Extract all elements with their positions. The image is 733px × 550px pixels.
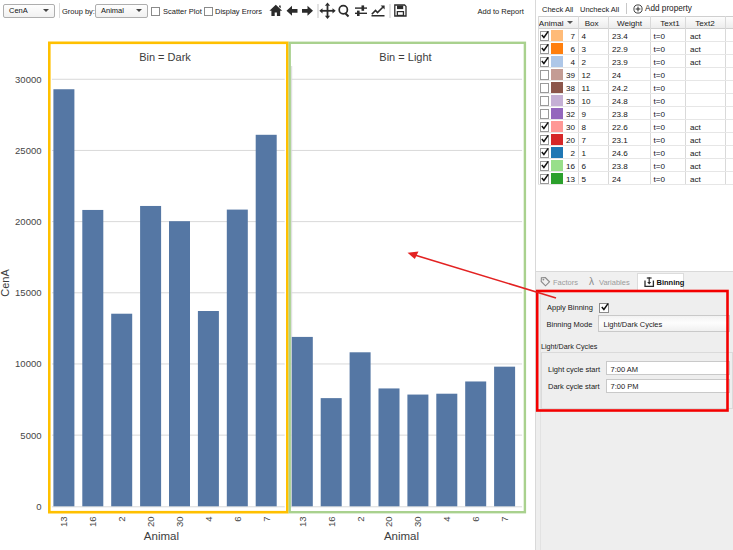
- svg-text:16: 16: [326, 517, 337, 528]
- svg-text:13: 13: [297, 517, 308, 528]
- svg-text:25000: 25000: [15, 145, 41, 156]
- svg-text:CenA: CenA: [0, 269, 11, 297]
- svg-text:Bin = Dark: Bin = Dark: [139, 51, 191, 63]
- svg-text:30000: 30000: [15, 74, 41, 85]
- svg-text:13: 13: [58, 517, 69, 528]
- svg-text:2: 2: [116, 517, 127, 522]
- svg-text:Bin = Light: Bin = Light: [379, 51, 431, 63]
- svg-text:6: 6: [232, 517, 243, 522]
- svg-text:20: 20: [383, 517, 394, 528]
- svg-text:10000: 10000: [15, 358, 41, 369]
- svg-text:4: 4: [203, 517, 214, 522]
- svg-text:Animal: Animal: [144, 530, 179, 542]
- svg-text:20: 20: [145, 517, 156, 528]
- svg-text:30: 30: [412, 517, 423, 528]
- svg-text:2: 2: [355, 517, 366, 522]
- svg-text:20000: 20000: [15, 216, 41, 227]
- svg-text:7: 7: [261, 517, 272, 522]
- svg-text:7: 7: [499, 517, 510, 522]
- svg-text:16: 16: [87, 517, 98, 528]
- svg-text:15000: 15000: [15, 287, 41, 298]
- svg-text:Animal: Animal: [384, 530, 419, 542]
- svg-text:0: 0: [36, 501, 41, 512]
- svg-text:4: 4: [441, 517, 452, 522]
- svg-text:6: 6: [470, 517, 481, 522]
- svg-text:30: 30: [174, 517, 185, 528]
- svg-text:5000: 5000: [20, 430, 41, 441]
